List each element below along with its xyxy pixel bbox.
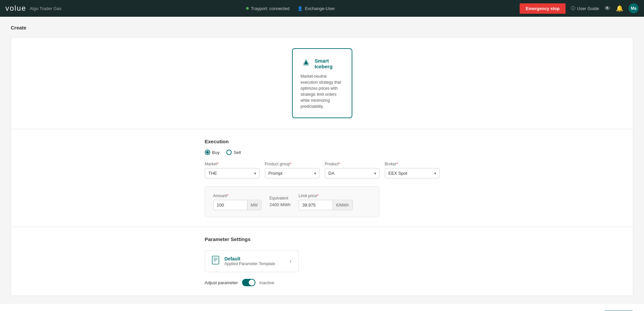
adjust-row: Adjust parameter Inactive <box>205 279 440 286</box>
amount-input[interactable] <box>214 200 247 210</box>
strategy-name: Smart Iceberg <box>315 58 344 69</box>
template-name: Default <box>225 256 285 261</box>
strategy-card[interactable]: Smart Iceberg Market-neutral execution s… <box>292 48 352 118</box>
strategy-card-header: Smart Iceberg <box>301 57 344 70</box>
user-guide-label: User Guide <box>577 6 599 11</box>
app-name: Algo Trader Gas <box>30 6 62 11</box>
trayport-status: Trayport: connected <box>246 6 289 11</box>
exchange-user-label: Exchange-User <box>305 6 335 11</box>
avatar[interactable]: Ma <box>629 3 639 13</box>
sell-radio-circle <box>226 150 232 155</box>
svg-rect-2 <box>303 64 309 66</box>
product-group-select[interactable]: Prompt Day Month Quarter Year <box>265 168 319 178</box>
parameter-settings-section: Parameter Settings Default Applied Par <box>11 227 633 296</box>
equivalent-field: Equivalent 2400 MWh <box>270 196 291 210</box>
limit-price-field: Limit price* €/MWh <box>299 193 353 210</box>
market-select[interactable]: THE NCG GASPOOL <box>205 168 259 178</box>
navbar: volue Algo Trader Gas Trayport: connecte… <box>0 0 644 17</box>
logo-area: volue Algo Trader Gas <box>5 4 61 13</box>
template-info: Default Applied Parameter Template <box>225 256 285 266</box>
market-label: Market* <box>205 162 259 166</box>
product-select[interactable]: DA WD BA <box>325 168 379 178</box>
broker-field-group: Broker* EEX Spot ICE CME <box>385 162 440 178</box>
adjust-toggle[interactable] <box>242 279 255 286</box>
template-card[interactable]: Default Applied Parameter Template › <box>205 250 299 272</box>
template-sub: Applied Parameter Template <box>225 261 285 266</box>
strategy-section: Smart Iceberg Market-neutral execution s… <box>11 37 633 129</box>
equivalent-label: Equivalent <box>270 196 291 201</box>
toggle-knob <box>249 280 255 286</box>
limit-price-unit: €/MWh <box>333 201 352 210</box>
execution-title: Execution <box>205 139 229 144</box>
market-select-wrapper: THE NCG GASPOOL <box>205 168 259 178</box>
page-title: Create <box>11 25 633 30</box>
logo-text: volue <box>5 4 26 13</box>
broker-select-wrapper: EEX Spot ICE CME <box>385 168 440 178</box>
broker-select[interactable]: EEX Spot ICE CME <box>385 168 440 178</box>
page: Create Smart Iceberg Market-neutral exe <box>0 17 644 304</box>
product-select-wrapper: DA WD BA <box>325 168 379 178</box>
navbar-right: Emergency stop ⓘ User Guide 👁 🔔 Ma <box>520 3 639 14</box>
product-field-group: Product* DA WD BA <box>325 162 379 178</box>
buy-radio-circle <box>205 150 210 155</box>
guide-icon: ⓘ <box>571 5 575 11</box>
strategy-desc: Market-neutral execution strategy that o… <box>301 73 344 109</box>
adjust-label: Adjust parameter <box>205 280 238 285</box>
strategy-section-content: Smart Iceberg Market-neutral execution s… <box>11 37 633 129</box>
execution-section: Execution Buy Sell <box>11 129 633 227</box>
amount-label: Amount* <box>213 193 261 198</box>
amount-box: Amount* MW Equivalent 2400 MWh <box>205 186 379 217</box>
fields-row: Market* THE NCG GASPOOL <box>205 162 440 178</box>
param-centered: Parameter Settings Default Applied Par <box>11 227 633 296</box>
broker-label: Broker* <box>385 162 440 166</box>
param-title: Parameter Settings <box>205 236 440 242</box>
execution-centered: Execution Buy Sell <box>11 129 633 227</box>
market-field-group: Market* THE NCG GASPOOL <box>205 162 259 178</box>
product-group-label: Product group* <box>265 162 319 166</box>
equivalent-value: 2400 MWh <box>270 202 291 210</box>
footer: Cancel Create <box>0 304 644 311</box>
status-label: Trayport: connected <box>251 6 289 11</box>
user-guide-link[interactable]: ⓘ User Guide <box>571 5 599 11</box>
eye-icon[interactable]: 👁 <box>604 5 610 12</box>
buy-radio[interactable]: Buy <box>205 150 220 155</box>
strategy-icon <box>301 57 311 70</box>
limit-price-label: Limit price* <box>299 193 353 198</box>
execution-content: Execution Buy Sell <box>191 129 453 227</box>
amount-field: Amount* MW <box>213 193 261 210</box>
product-group-field-group: Product group* Prompt Day Month Quarter … <box>265 162 319 178</box>
limit-price-input[interactable] <box>299 200 333 210</box>
inactive-label: Inactive <box>259 280 275 285</box>
buy-sell-radio-group: Buy Sell <box>205 150 241 155</box>
exchange-user-status: 👤 Exchange-User <box>297 6 335 11</box>
status-dot <box>246 7 249 10</box>
template-doc-icon <box>212 256 219 266</box>
sell-label: Sell <box>234 150 241 155</box>
sell-radio[interactable]: Sell <box>226 150 241 155</box>
svg-rect-3 <box>212 256 219 264</box>
buy-label: Buy <box>212 150 220 155</box>
product-label: Product* <box>325 162 379 166</box>
bell-icon[interactable]: 🔔 <box>616 5 623 12</box>
chevron-right-icon: › <box>290 258 291 264</box>
navbar-center: Trayport: connected 👤 Exchange-User <box>246 6 335 11</box>
amount-input-wrap: MW <box>213 200 261 210</box>
param-content: Parameter Settings Default Applied Par <box>191 227 453 296</box>
user-icon: 👤 <box>297 6 303 11</box>
limit-price-input-wrap: €/MWh <box>299 200 353 210</box>
emergency-stop-button[interactable]: Emergency stop <box>520 3 566 14</box>
product-group-select-wrapper: Prompt Day Month Quarter Year <box>265 168 319 178</box>
amount-unit: MW <box>247 201 261 210</box>
